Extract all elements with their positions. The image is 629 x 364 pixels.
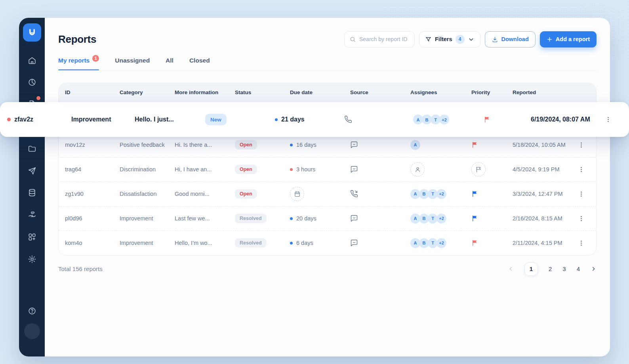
sidebar-item-files[interactable] [27, 143, 38, 154]
page-2[interactable]: 2 [549, 265, 552, 272]
report-category: Dissatisfaction [120, 191, 175, 197]
next-page-icon[interactable] [591, 266, 597, 272]
kebab-menu-icon[interactable] [578, 191, 585, 197]
assignee-overflow-chip[interactable]: +2 [436, 214, 446, 224]
kebab-menu-icon[interactable] [578, 240, 585, 246]
table-row[interactable]: pl0d96 Improvement Last few we... Resolv… [59, 206, 596, 231]
assignees: A B T +2 [413, 115, 449, 125]
row-status-dot [7, 118, 11, 121]
sidebar-item-integrations[interactable] [27, 231, 38, 243]
unassigned-slot[interactable] [410, 162, 425, 176]
page-1[interactable]: 1 [524, 262, 538, 276]
add-report-label: Add a report [556, 36, 590, 42]
kebab-menu-icon[interactable] [578, 215, 585, 222]
status-badge: Open [235, 165, 257, 174]
assignee-overflow-chip[interactable]: +2 [436, 238, 446, 248]
reported-date: 2/11/2024, 4:15 PM [513, 240, 578, 246]
report-id: kom4o [65, 240, 120, 246]
search-input-wrap[interactable] [344, 31, 415, 47]
priority-unset-slot[interactable] [471, 162, 486, 176]
kebab-menu-icon[interactable] [605, 116, 612, 123]
chat-bubble-icon [350, 141, 358, 149]
reported-date: 4/5/2024, 9:19 PM [513, 166, 578, 173]
download-label: Download [501, 36, 529, 42]
sidebar-item-care[interactable] [27, 209, 38, 220]
sidebar-item-analytics[interactable] [27, 77, 38, 88]
gear-icon [28, 255, 36, 264]
col-assignees: Assignees [410, 89, 471, 95]
sidebar-item-help[interactable] [27, 305, 38, 317]
report-category: Improvement [120, 215, 175, 222]
priority-flag-icon [471, 239, 478, 246]
app-logo[interactable] [23, 23, 41, 42]
sidebar-item-home[interactable] [27, 55, 38, 66]
page-3[interactable]: 3 [562, 265, 566, 272]
col-due-date: Due date [290, 89, 350, 95]
help-icon [28, 307, 36, 315]
col-source: Source [350, 89, 410, 95]
source [350, 141, 410, 149]
tab-all[interactable]: All [166, 57, 173, 64]
sidebar-item-send[interactable] [27, 165, 38, 176]
prev-page-icon[interactable] [508, 266, 514, 272]
report-id: pl0d96 [65, 215, 120, 222]
filters-button[interactable]: Filters 4 [419, 31, 480, 47]
apps-plus-icon [28, 233, 36, 241]
due-date-unset-slot[interactable] [290, 187, 304, 201]
status-badge: Open [235, 140, 257, 150]
page-4[interactable]: 4 [577, 265, 580, 272]
assignee-overflow-chip[interactable]: +2 [439, 115, 449, 125]
status-badge-new: New [205, 114, 227, 125]
table-row[interactable]: trag64 Discrimination Hi, I have an... O… [59, 157, 596, 182]
folder-icon [28, 144, 36, 153]
due-dot [275, 118, 278, 121]
priority-flag-icon [484, 116, 491, 123]
assignees: A B T +2 [410, 238, 471, 248]
report-category: Improvement [71, 116, 111, 123]
active-report-row[interactable]: zfav2z Improvement Hello. I just... New … [0, 102, 629, 137]
report-info: Hi. Is there a... [175, 142, 235, 148]
tab-my-reports[interactable]: My reports1 [58, 57, 99, 64]
priority-flag-icon [471, 141, 478, 148]
search-icon [349, 36, 356, 43]
phone-incoming-icon [350, 190, 358, 198]
topbar: Reports Filters 4 Download [58, 30, 597, 48]
chat-bubble-icon [350, 214, 358, 222]
tab-unassigned[interactable]: Unassigned [115, 57, 150, 64]
source [350, 165, 410, 173]
report-id: zfav2z [14, 116, 33, 123]
table-row[interactable]: kom4o Improvement Hello, I'm wo... Resol… [59, 231, 596, 255]
table-header: ID Category More information Status Due … [59, 83, 596, 102]
kebab-menu-icon[interactable] [578, 142, 585, 148]
table-row[interactable]: zg1v90 Dissatisfaction Good morni... Ope… [59, 182, 596, 206]
source [350, 190, 410, 198]
toolbar: Filters 4 Download Add a report [344, 31, 597, 47]
main-content: Reports Filters 4 Download [45, 18, 610, 356]
download-button[interactable]: Download [485, 31, 536, 47]
source [350, 239, 410, 247]
notification-dot [36, 96, 40, 100]
phone-icon [344, 116, 352, 123]
assignee-chip[interactable]: A [410, 140, 420, 150]
sidebar-item-settings[interactable] [27, 254, 38, 265]
report-info: Hello. I just... [135, 116, 174, 123]
sidebar-item-data[interactable] [27, 187, 38, 198]
due-dot [290, 168, 293, 171]
page-title: Reports [58, 33, 96, 46]
report-category: Discrimination [120, 166, 175, 173]
search-input[interactable] [359, 36, 410, 42]
report-info: Hi, I have an... [175, 166, 235, 173]
tab-closed[interactable]: Closed [189, 57, 210, 64]
app-window: Reports Filters 4 Download [19, 18, 610, 356]
col-category: Category [120, 89, 175, 95]
col-reported: Reported [513, 89, 578, 95]
kebab-menu-icon[interactable] [578, 166, 585, 173]
chat-bubble-icon [350, 239, 358, 247]
tab-bar: My reports1 Unassigned All Closed [58, 57, 597, 70]
reported-date: 5/18/2024, 10:05 AM [513, 142, 578, 148]
add-report-button[interactable]: Add a report [540, 31, 597, 47]
user-avatar[interactable] [24, 323, 40, 339]
assignee-overflow-chip[interactable]: +2 [436, 189, 446, 199]
report-info: Last few we... [175, 215, 235, 222]
assignees: A [410, 140, 471, 150]
